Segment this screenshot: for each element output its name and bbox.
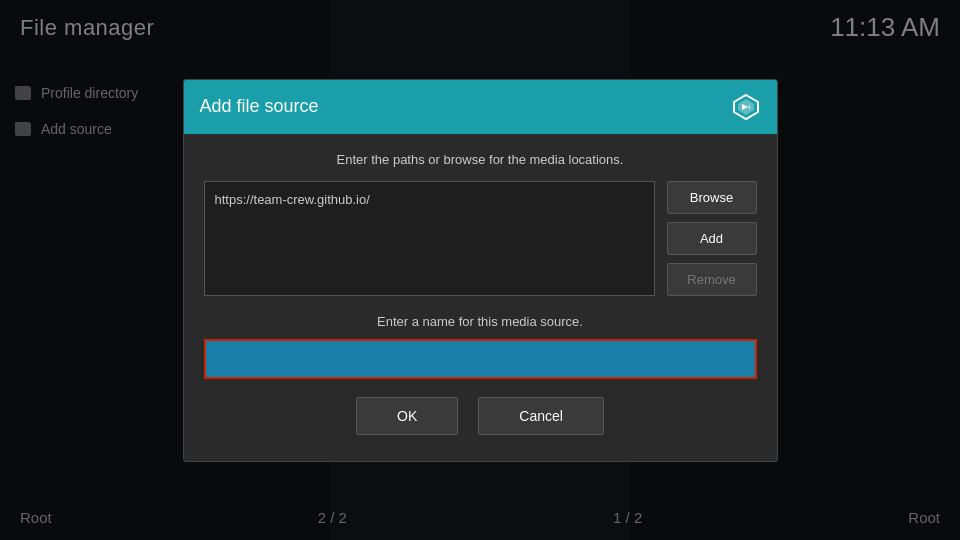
dialog-body: Enter the paths or browse for the media …	[184, 134, 777, 461]
url-buttons: Browse Add Remove	[667, 181, 757, 296]
url-list-box[interactable]: https://team-crew.github.io/	[204, 181, 655, 296]
ok-button[interactable]: OK	[356, 397, 458, 435]
modal-overlay: Add file source Enter the paths or brows…	[0, 0, 960, 540]
add-button[interactable]: Add	[667, 222, 757, 255]
dialog-title: Add file source	[200, 96, 319, 117]
add-file-source-dialog: Add file source Enter the paths or brows…	[183, 79, 778, 462]
cancel-button[interactable]: Cancel	[478, 397, 604, 435]
name-input-wrapper	[204, 339, 757, 379]
dialog-subtitle: Enter the paths or browse for the media …	[204, 152, 757, 167]
browse-button[interactable]: Browse	[667, 181, 757, 214]
remove-button[interactable]: Remove	[667, 263, 757, 296]
dialog-header: Add file source	[184, 80, 777, 134]
kodi-logo-icon	[731, 92, 761, 122]
name-label: Enter a name for this media source.	[204, 314, 757, 329]
name-input[interactable]	[206, 341, 755, 377]
dialog-content: https://team-crew.github.io/ Browse Add …	[204, 181, 757, 296]
url-item: https://team-crew.github.io/	[215, 190, 644, 209]
dialog-footer: OK Cancel	[204, 397, 757, 443]
